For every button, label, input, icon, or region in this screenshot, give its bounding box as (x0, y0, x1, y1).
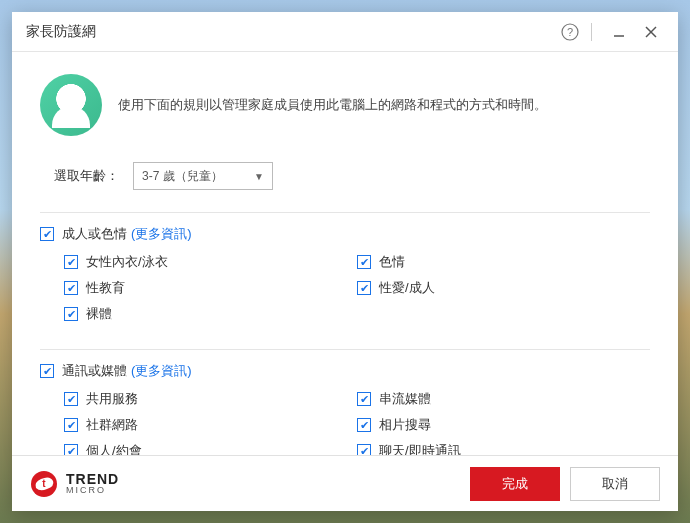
category-item: 性教育 (64, 279, 357, 297)
category-item: 性愛/成人 (357, 279, 650, 297)
age-value: 3-7 歲（兒童） (142, 168, 223, 185)
item-checkbox[interactable] (64, 281, 78, 295)
close-button[interactable] (638, 19, 664, 45)
item-label: 女性內衣/泳衣 (86, 253, 168, 271)
category-item: 共用服務 (64, 390, 357, 408)
item-label: 性愛/成人 (379, 279, 435, 297)
age-label: 選取年齡： (54, 167, 119, 185)
section-title: 通訊或媒體 (62, 362, 127, 380)
more-info-link[interactable]: (更多資訊) (131, 362, 192, 380)
age-row: 選取年齡： 3-7 歲（兒童） ▼ (54, 162, 650, 190)
item-label: 個人/約會 (86, 442, 142, 455)
help-button[interactable]: ? (557, 19, 583, 45)
brand-line1: TREND (66, 472, 119, 486)
category-item: 社群網路 (64, 416, 357, 434)
category-item: 女性內衣/泳衣 (64, 253, 357, 271)
done-button[interactable]: 完成 (470, 467, 560, 501)
item-checkbox[interactable] (357, 281, 371, 295)
item-checkbox[interactable] (357, 255, 371, 269)
trend-micro-icon: t (30, 470, 58, 498)
section-title: 成人或色情 (62, 225, 127, 243)
category-item: 相片搜尋 (357, 416, 650, 434)
app-window: 家長防護網 ? 使用下面的規則以管理家庭成員使用此電腦上的網路和程式的方式和時間… (12, 12, 678, 511)
titlebar-separator (591, 23, 592, 41)
header-row: 使用下面的規則以管理家庭成員使用此電腦上的網路和程式的方式和時間。 (40, 74, 650, 136)
section-checkbox[interactable] (40, 227, 54, 241)
titlebar: 家長防護網 ? (12, 12, 678, 52)
item-checkbox[interactable] (64, 392, 78, 406)
category-item: 串流媒體 (357, 390, 650, 408)
brand-logo: t TREND MICRO (30, 470, 119, 498)
age-dropdown[interactable]: 3-7 歲（兒童） ▼ (133, 162, 273, 190)
footer: t TREND MICRO 完成 取消 (12, 455, 678, 511)
item-label: 裸體 (86, 305, 112, 323)
item-checkbox[interactable] (357, 418, 371, 432)
caret-down-icon: ▼ (254, 171, 264, 182)
more-info-link[interactable]: (更多資訊) (131, 225, 192, 243)
section-header: 成人或色情 (更多資訊) (40, 225, 650, 243)
item-label: 社群網路 (86, 416, 138, 434)
category-section: 通訊或媒體 (更多資訊)共用服務串流媒體社群網路相片搜尋個人/約會聊天/即時通訊… (40, 362, 650, 455)
item-label: 串流媒體 (379, 390, 431, 408)
content-scroll[interactable]: 使用下面的規則以管理家庭成員使用此電腦上的網路和程式的方式和時間。 選取年齡： … (12, 52, 678, 455)
item-label: 性教育 (86, 279, 125, 297)
section-items: 共用服務串流媒體社群網路相片搜尋個人/約會聊天/即時通訊軟體下載部落格/網路通訊… (64, 390, 650, 455)
item-label: 聊天/即時通訊 (379, 442, 461, 455)
svg-text:?: ? (567, 26, 573, 38)
item-checkbox[interactable] (64, 255, 78, 269)
item-checkbox[interactable] (64, 418, 78, 432)
item-label: 共用服務 (86, 390, 138, 408)
section-checkbox[interactable] (40, 364, 54, 378)
description-text: 使用下面的規則以管理家庭成員使用此電腦上的網路和程式的方式和時間。 (118, 95, 547, 116)
brand-line2: MICRO (66, 486, 119, 495)
item-label: 色情 (379, 253, 405, 271)
item-checkbox[interactable] (64, 307, 78, 321)
category-item: 裸體 (64, 305, 357, 323)
item-label: 相片搜尋 (379, 416, 431, 434)
category-item: 色情 (357, 253, 650, 271)
minimize-button[interactable] (606, 19, 632, 45)
divider (40, 349, 650, 350)
divider (40, 212, 650, 213)
avatar-icon (40, 74, 102, 136)
category-section: 成人或色情 (更多資訊)女性內衣/泳衣色情性教育性愛/成人裸體 (40, 225, 650, 331)
item-checkbox[interactable] (357, 392, 371, 406)
section-header: 通訊或媒體 (更多資訊) (40, 362, 650, 380)
window-title: 家長防護網 (26, 23, 551, 41)
item-checkbox[interactable] (64, 444, 78, 455)
category-item: 聊天/即時通訊 (357, 442, 650, 455)
item-checkbox[interactable] (357, 444, 371, 455)
section-items: 女性內衣/泳衣色情性教育性愛/成人裸體 (64, 253, 650, 331)
cancel-button[interactable]: 取消 (570, 467, 660, 501)
category-item: 個人/約會 (64, 442, 357, 455)
